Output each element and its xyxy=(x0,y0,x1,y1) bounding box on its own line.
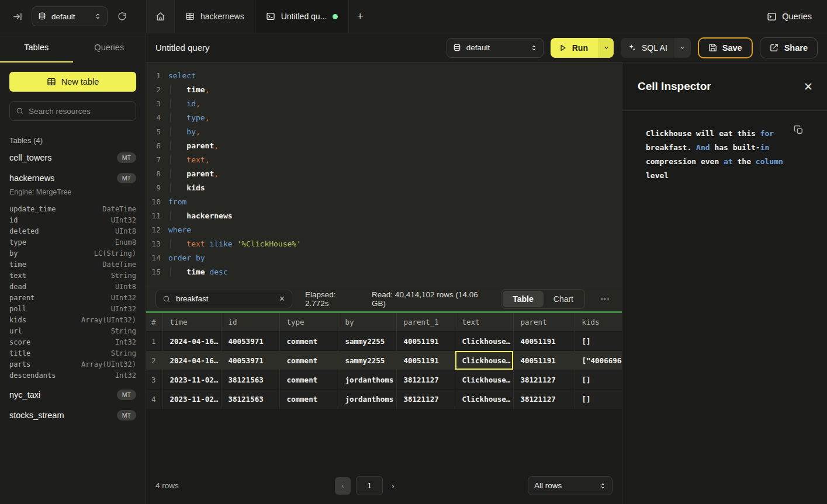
column-row[interactable]: typeEnum8 xyxy=(0,237,146,248)
table-cell[interactable]: 38121127 xyxy=(396,390,455,409)
row-number-cell[interactable]: 3 xyxy=(146,370,162,390)
table-cell[interactable]: jordanthoms xyxy=(338,390,396,409)
column-row[interactable]: textString xyxy=(0,270,146,281)
table-cell[interactable]: Clickhouse… xyxy=(455,390,513,409)
save-button[interactable]: Save xyxy=(698,37,753,58)
table-cell[interactable]: comment xyxy=(279,332,338,351)
column-row[interactable]: scoreInt32 xyxy=(0,336,146,347)
sidebar-table-item[interactable]: cell_towersMT xyxy=(0,147,146,168)
close-inspector-button[interactable]: ✕ xyxy=(804,80,813,93)
copy-button[interactable] xyxy=(794,125,804,135)
sidebar-table-item[interactable]: nyc_taxiMT xyxy=(0,384,146,405)
table-cell[interactable]: 40053971 xyxy=(221,332,279,351)
sidebar-tab-queries[interactable]: Queries xyxy=(73,33,146,62)
column-type: UInt8 xyxy=(115,227,136,235)
column-row[interactable]: deadUInt8 xyxy=(0,281,146,292)
table-cell[interactable]: 40053971 xyxy=(221,351,279,370)
queries-button[interactable]: Queries xyxy=(767,0,827,33)
database-select[interactable]: default xyxy=(32,6,108,26)
run-button[interactable]: Run xyxy=(551,38,598,58)
table-cell[interactable]: 2024-04-16… xyxy=(162,332,221,351)
table-cell[interactable]: ["40066964… xyxy=(575,351,622,370)
table-cell[interactable]: 40051191 xyxy=(396,351,455,370)
new-table-button[interactable]: New table xyxy=(9,72,136,92)
view-toggle-chart[interactable]: Chart xyxy=(544,291,583,307)
table-cell[interactable]: comment xyxy=(279,370,338,390)
table-cell[interactable]: 38121563 xyxy=(221,390,279,409)
table-cell[interactable]: Clickhouse… xyxy=(455,370,513,390)
table-cell[interactable]: 2023-11-02… xyxy=(162,390,221,409)
page-size-select[interactable]: All rows xyxy=(528,476,613,495)
read-stat: Read: 40,414,102 rows (14.06 GB) xyxy=(372,290,488,308)
column-row[interactable]: pollUInt32 xyxy=(0,303,146,314)
table-cell[interactable]: 40051191 xyxy=(396,332,455,351)
column-header-by[interactable]: by xyxy=(338,312,396,332)
sidebar-search-input[interactable] xyxy=(29,107,130,116)
table-cell[interactable]: 38121127 xyxy=(396,370,455,390)
sidebar-table-item[interactable]: hackernewsMT xyxy=(0,168,146,188)
column-row[interactable]: timeDateTime xyxy=(0,259,146,270)
view-toggle-table[interactable]: Table xyxy=(503,291,544,307)
column-header-parent_1[interactable]: parent_1 xyxy=(396,312,455,332)
column-header-type[interactable]: type xyxy=(279,312,338,332)
column-header-parent[interactable]: parent xyxy=(513,312,575,332)
column-row[interactable]: update_timeDateTime xyxy=(0,203,146,214)
query-database-select[interactable]: default xyxy=(447,38,544,58)
clear-search-icon[interactable]: ✕ xyxy=(279,294,285,303)
tab-home[interactable] xyxy=(146,0,175,33)
table-cell[interactable]: [] xyxy=(575,332,622,351)
table-cell[interactable]: sammy2255 xyxy=(338,332,396,351)
column-row[interactable]: urlString xyxy=(0,325,146,336)
run-options-button[interactable] xyxy=(598,38,614,58)
table-cell[interactable]: Clickhouse… xyxy=(455,351,513,370)
column-row[interactable]: partsArray(UInt32) xyxy=(0,359,146,370)
table-cell[interactable]: 40051191 xyxy=(513,351,575,370)
column-row[interactable]: idUInt32 xyxy=(0,214,146,225)
table-cell[interactable]: 38121563 xyxy=(221,370,279,390)
column-header-kids[interactable]: kids xyxy=(575,312,622,332)
column-header-text[interactable]: text xyxy=(455,312,513,332)
column-row[interactable]: descendantsInt32 xyxy=(0,370,146,381)
tab-untitled-query[interactable]: Untitled qu... xyxy=(255,0,350,33)
column-row[interactable]: kidsArray(UInt32) xyxy=(0,314,146,325)
tab-hackernews[interactable]: hackernews xyxy=(175,0,255,33)
refresh-button[interactable] xyxy=(113,8,131,25)
new-tab-button[interactable]: + xyxy=(349,0,371,33)
column-row[interactable]: byLC(String) xyxy=(0,248,146,259)
table-cell[interactable]: comment xyxy=(279,390,338,409)
next-page-button[interactable]: › xyxy=(388,481,398,491)
column-header-num[interactable]: # xyxy=(146,312,162,332)
column-row[interactable]: deletedUInt8 xyxy=(0,225,146,237)
sql-editor[interactable]: 1select2 time,3 id,4 type,5 by,6 parent,… xyxy=(146,62,622,286)
table-cell[interactable]: sammy2255 xyxy=(338,351,396,370)
table-cell[interactable]: 2024-04-16… xyxy=(162,351,221,370)
sql-ai-options-button[interactable] xyxy=(674,38,691,58)
row-number-cell[interactable]: 2 xyxy=(146,351,162,370)
search-icon xyxy=(16,107,24,115)
sidebar-table-item[interactable]: stocks_streamMT xyxy=(0,405,146,425)
table-cell[interactable]: [] xyxy=(575,390,622,409)
column-header-time[interactable]: time xyxy=(162,312,221,332)
more-options-button[interactable]: ⋯ xyxy=(598,293,613,304)
page-number-input[interactable]: 1 xyxy=(356,476,383,495)
column-row[interactable]: parentUInt32 xyxy=(0,292,146,303)
prev-page-button[interactable]: ‹ xyxy=(335,477,351,495)
table-cell[interactable]: 40051191 xyxy=(513,332,575,351)
table-cell[interactable]: Clickhouse… xyxy=(455,332,513,351)
row-number-cell[interactable]: 1 xyxy=(146,332,162,351)
column-header-id[interactable]: id xyxy=(221,312,279,332)
collapse-sidebar-button[interactable] xyxy=(8,8,26,25)
table-cell[interactable]: [] xyxy=(575,370,622,390)
sql-ai-button[interactable]: SQL AI xyxy=(621,38,674,58)
table-cell[interactable]: 38121127 xyxy=(513,390,575,409)
table-cell[interactable]: comment xyxy=(279,351,338,370)
share-button[interactable]: Share xyxy=(760,37,818,58)
table-cell[interactable]: 2023-11-02… xyxy=(162,370,221,390)
code-content: parent, xyxy=(168,141,219,150)
sidebar-tab-tables[interactable]: Tables xyxy=(0,33,73,62)
table-cell[interactable]: 38121127 xyxy=(513,370,575,390)
row-number-cell[interactable]: 4 xyxy=(146,390,162,409)
table-cell[interactable]: jordanthoms xyxy=(338,370,396,390)
column-row[interactable]: titleString xyxy=(0,347,146,359)
results-search-input[interactable] xyxy=(176,294,274,303)
